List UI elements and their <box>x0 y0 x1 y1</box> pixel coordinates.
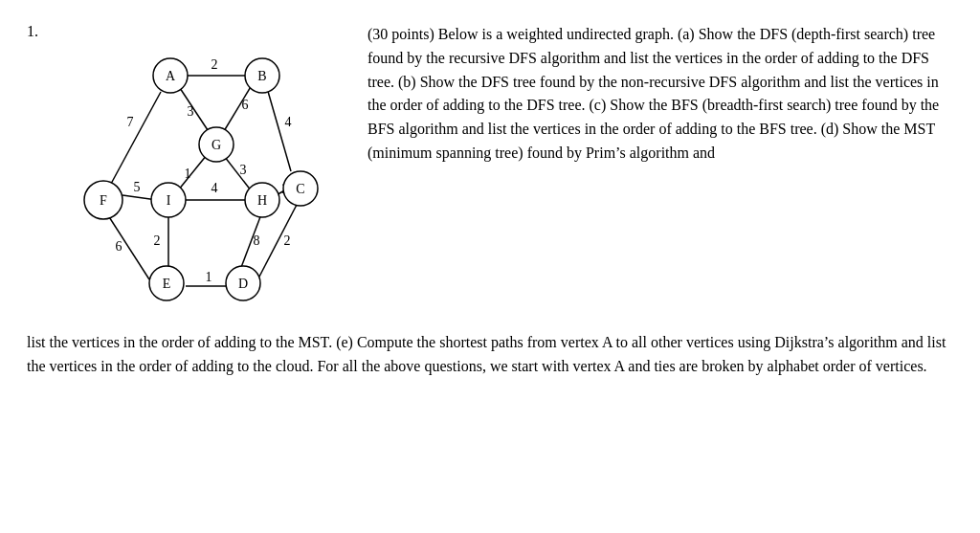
weight-gi: 1 <box>185 167 191 181</box>
weight-bg: 6 <box>242 98 249 112</box>
svg-line-2 <box>111 92 161 184</box>
label-i: I <box>167 193 171 208</box>
label-f: F <box>100 193 107 208</box>
weight-fi: 5 <box>134 180 141 194</box>
label-c: C <box>296 182 304 196</box>
label-d: D <box>238 277 248 291</box>
weight-fe: 6 <box>116 239 122 254</box>
question-intro-text: (30 points) Below is a weighted undirect… <box>368 26 939 161</box>
label-g: G <box>212 138 221 152</box>
weight-bc: 4 <box>285 115 292 129</box>
weight-hd: 8 <box>254 233 260 248</box>
weight-ie: 2 <box>154 233 161 248</box>
label-a: A <box>166 69 176 83</box>
weight-gh: 3 <box>240 163 247 177</box>
text-area: (30 points) Below is a weighted undirect… <box>360 23 953 166</box>
question-row: 1. <box>27 23 953 329</box>
weight-ag: 3 <box>188 104 194 119</box>
weight-ed: 1 <box>206 270 212 284</box>
svg-line-6 <box>178 155 207 190</box>
label-h: H <box>257 193 267 208</box>
question-number: 1. <box>27 23 54 40</box>
svg-line-4 <box>267 88 291 171</box>
weight-cd: 2 <box>284 233 291 248</box>
weight-ih: 4 <box>212 181 218 195</box>
graph-svg: 2 3 7 6 4 3 1 5 4 2 6 <box>54 23 350 329</box>
bottom-text: list the vertices in the order of adding… <box>27 331 953 379</box>
page-container: 1. <box>27 23 953 379</box>
label-e: E <box>163 277 171 291</box>
graph-area: 2 3 7 6 4 3 1 5 4 2 6 <box>54 23 360 329</box>
label-b: B <box>257 69 266 83</box>
svg-line-10 <box>106 212 149 279</box>
svg-line-1 <box>178 85 212 136</box>
weight-ab: 2 <box>212 57 218 72</box>
weight-af: 7 <box>127 115 134 129</box>
